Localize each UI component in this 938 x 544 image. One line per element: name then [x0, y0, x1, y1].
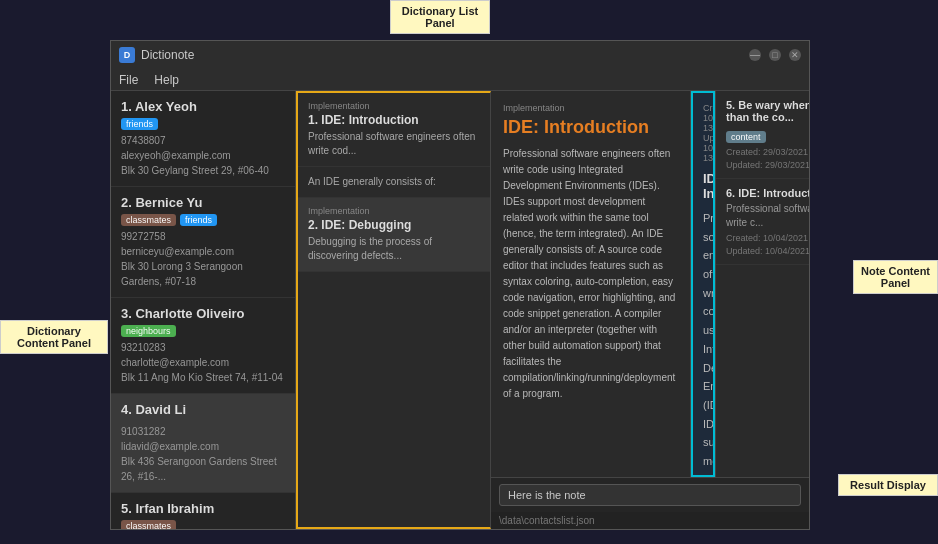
right-entries-panel: 5. Be wary when a method is longer than …: [715, 91, 809, 477]
dict-entry-title-2: 2. IDE: Debugging: [308, 218, 480, 232]
contact-item-4[interactable]: 4. David Li 91031282 lidavid@example.com…: [111, 394, 295, 493]
tag-content-5: content: [726, 131, 766, 143]
dict-entry-preview-2: Debugging is the process of discovering …: [308, 235, 480, 263]
right-entry-title-5: 5. Be wary when a method is longer than …: [726, 99, 809, 123]
contact-name-3: 3. Charlotte Oliveiro: [121, 306, 285, 321]
right-entry-meta-6b: Updated: 10/04/2021 13:22:58: [726, 246, 809, 256]
outer-wrapper: Dictionary Content Panel Dictionary List…: [0, 0, 938, 544]
contact-info-4: 91031282 lidavid@example.com Blk 436 Ser…: [121, 424, 285, 484]
contact-tags-3: neighbours: [121, 325, 285, 337]
app-body: 1. Alex Yeoh friends 87438807 alexyeoh@e…: [111, 91, 809, 529]
contact-name-1: 1. Alex Yeoh: [121, 99, 285, 114]
title-bar: D Dictionote — □ ✕: [111, 41, 809, 69]
right-entry-title-6: 6. IDE: Introduction: [726, 187, 809, 199]
dict-entry-blank[interactable]: An IDE generally consists of:: [298, 167, 490, 198]
contact-item-1[interactable]: 1. Alex Yeoh friends 87438807 alexyeoh@e…: [111, 91, 295, 187]
tag-neighbours-3: neighbours: [121, 325, 176, 337]
contact-item-2[interactable]: 2. Bernice Yu classmates friends 9927275…: [111, 187, 295, 298]
dict-content-title: IDE: Introduction: [503, 117, 678, 138]
tag-classmates-5: classmates: [121, 520, 176, 529]
contact-name-2: 2. Bernice Yu: [121, 195, 285, 210]
dict-content-body: Professional software engineers often wr…: [503, 146, 678, 402]
window-controls: — □ ✕: [749, 49, 801, 61]
contact-name-5: 5. Irfan Ibrahim: [121, 501, 285, 516]
minimize-button[interactable]: —: [749, 49, 761, 61]
dict-entry-1[interactable]: Implementation 1. IDE: Introduction Prof…: [298, 93, 490, 167]
app-window: D Dictionote — □ ✕ File Help 1. Alex Yeo…: [110, 40, 810, 530]
content-top: Implementation IDE: Introduction Profess…: [491, 91, 809, 477]
dict-entry-title-1: 1. IDE: Introduction: [308, 113, 480, 127]
dict-content-label: Implementation: [503, 103, 678, 113]
contact-panel: 1. Alex Yeoh friends 87438807 alexyeoh@e…: [111, 91, 296, 529]
app-title: Dictionote: [141, 48, 194, 62]
right-entry-5[interactable]: 5. Be wary when a method is longer than …: [716, 91, 809, 179]
close-button[interactable]: ✕: [789, 49, 801, 61]
note-input[interactable]: [499, 484, 801, 506]
menu-help[interactable]: Help: [154, 73, 179, 87]
path-bar: \data\contactslist.json: [491, 512, 809, 529]
contact-item-3[interactable]: 3. Charlotte Oliveiro neighbours 9321028…: [111, 298, 295, 394]
contact-tags-5: classmates: [121, 520, 285, 529]
right-entry-tags-5: content: [726, 126, 809, 144]
tag-friends-2: friends: [180, 214, 217, 226]
note-content-panel: Created: 10/04/2021 13:22:58 Updated: 10…: [691, 91, 715, 477]
contact-info-1: 87438807 alexyeoh@example.com Blk 30 Gey…: [121, 133, 285, 178]
app-icon: D: [119, 47, 135, 63]
contact-tags-1: friends: [121, 118, 285, 130]
dict-list-panel: Implementation 1. IDE: Introduction Prof…: [296, 91, 491, 529]
menu-file[interactable]: File: [119, 73, 138, 87]
dict-list-panel-label: Dictionary List Panel: [390, 0, 490, 34]
main-content: Implementation IDE: Introduction Profess…: [491, 91, 809, 529]
contact-item-5[interactable]: 5. Irfan Ibrahim classmates 92492021 irf…: [111, 493, 295, 529]
contact-tags-2: classmates friends: [121, 214, 285, 226]
maximize-button[interactable]: □: [769, 49, 781, 61]
contact-info-2: 99272758 berniceyu@example.com Blk 30 Lo…: [121, 229, 285, 289]
dict-entry-label-1: Implementation: [308, 101, 480, 111]
menu-bar: File Help: [111, 69, 809, 91]
dict-entry-preview-blank: An IDE generally consists of:: [308, 175, 480, 189]
dict-content-panel-label: Dictionary Content Panel: [0, 320, 108, 354]
dict-content-panel: Implementation IDE: Introduction Profess…: [491, 91, 691, 477]
bottom-bar: \data\contactslist.json: [491, 477, 809, 529]
right-entry-meta-6a: Created: 10/04/2021 13:22:58: [726, 233, 809, 243]
result-display-label: Result Display: [838, 474, 938, 496]
note-input-row: [491, 478, 809, 512]
title-bar-left: D Dictionote: [119, 47, 194, 63]
right-entry-meta-5b: Updated: 29/03/2021 22:54:47: [726, 160, 809, 170]
right-entry-meta-5a: Created: 29/03/2021 22:55:59: [726, 147, 809, 157]
right-entry-preview-6: Professional software engineers often wr…: [726, 202, 809, 230]
right-entry-6[interactable]: 6. IDE: Introduction Professional softwa…: [716, 179, 809, 265]
dict-entry-preview-1: Professional software engineers often wr…: [308, 130, 480, 158]
dict-entry-2[interactable]: Implementation 2. IDE: Debugging Debuggi…: [298, 198, 490, 272]
right-area: Created: 10/04/2021 13:22:58 Updated: 10…: [691, 91, 809, 477]
tag-classmates-2: classmates: [121, 214, 176, 226]
note-content-panel-label: Note Content Panel: [853, 260, 938, 294]
contact-info-3: 93210283 charlotte@example.com Blk 11 An…: [121, 340, 285, 385]
tag-friends-1: friends: [121, 118, 158, 130]
dict-entry-label-2: Implementation: [308, 206, 480, 216]
contact-name-4: 4. David Li: [121, 402, 285, 417]
